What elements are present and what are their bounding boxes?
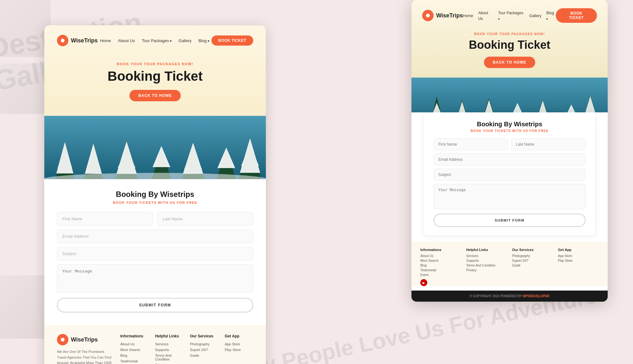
secondary-footer-col-helpful: Helpful Links Services Supports Terms An…	[466, 248, 507, 286]
brand-name: WiseTrips	[71, 37, 98, 44]
footer-link-testimonial[interactable]: Testimonial	[120, 359, 149, 363]
secondary-subject-input[interactable]	[434, 169, 586, 181]
sec-nav-blog[interactable]: Blog	[546, 10, 556, 21]
secondary-footer-link-about[interactable]: About Us	[420, 254, 461, 258]
form-title: Booking By Wisetrips	[57, 190, 253, 199]
footer-link-terms[interactable]: Terms And Condition	[155, 354, 184, 361]
navbar: WiseTrips Home About Us Tour Packages Ga…	[57, 35, 253, 46]
secondary-footer-link-testimonial[interactable]: Testimonial	[420, 268, 461, 272]
secondary-email-input[interactable]	[434, 154, 586, 166]
form-subtitle: BOOK YOUR TICKETS WITH US FOR FREE	[57, 201, 253, 204]
footer-info-title: Informations	[120, 334, 149, 338]
footer-link-blog[interactable]: Blog	[120, 354, 149, 357]
back-home-button[interactable]: BACK TO HOME	[129, 90, 181, 101]
last-name-input[interactable]	[157, 212, 253, 226]
footer-link-appstore[interactable]: App Store	[225, 342, 253, 346]
footer-link-services[interactable]: Services	[155, 342, 184, 346]
landscape-svg	[44, 116, 266, 179]
book-ticket-button[interactable]: BOOK TICKET	[211, 35, 253, 46]
nav-home[interactable]: Home	[100, 38, 111, 43]
footer-brand-description: We Are One Of The Prominent Travel Agenc…	[57, 349, 114, 364]
secondary-copyright: © COPYRIGHT 2022 POWERED BY WPSDEVELOPER	[420, 294, 599, 298]
secondary-form-subtitle: BOOK YOUR TICKETS WITH US FOR FREE	[434, 129, 586, 133]
sec-nav-about[interactable]: About Us	[478, 10, 493, 21]
footer-brand-logo-inner	[60, 337, 66, 342]
secondary-brand: WiseTrips	[422, 10, 463, 21]
secondary-footer-col-services: Our Services Photography Suport 24/7 Gui…	[512, 248, 553, 286]
footer-link-about[interactable]: About Us	[120, 342, 149, 346]
footer-section: WiseTrips We Are One Of The Prominent Tr…	[44, 325, 266, 364]
footer-helpful-col: Helpful Links Services Supports Terms An…	[155, 334, 184, 364]
footer-link-playstore[interactable]: Play Store	[225, 348, 253, 352]
sec-nav-home[interactable]: Home	[463, 13, 473, 18]
footer-link-guide[interactable]: Guide	[190, 354, 218, 357]
secondary-form-title: Booking By Wisetrips	[434, 121, 586, 128]
bg-image-top-left	[0, 0, 51, 57]
footer-link-photography[interactable]: Photography	[190, 342, 218, 346]
hero-subtitle: BOOK YOUR TOUR PACKAGES NOW!	[57, 62, 253, 66]
secondary-first-name-input[interactable]	[434, 138, 508, 150]
secondary-footer-link-support247[interactable]: Suport 24/7	[512, 259, 553, 262]
footer-link-search[interactable]: More Search	[120, 348, 149, 352]
secondary-footer-app-title: Get App	[558, 248, 599, 252]
secondary-footer-bottom: © COPYRIGHT 2022 POWERED BY WPSDEVELOPER	[411, 291, 608, 302]
secondary-footer-link-supports[interactable]: Supports	[466, 259, 507, 262]
name-row	[57, 212, 253, 226]
secondary-footer-col-info: Informations About Us More Search Blog T…	[420, 248, 461, 286]
main-card: WiseTrips Home About Us Tour Packages Ga…	[44, 25, 266, 364]
footer-services-title: Our Services	[190, 334, 218, 338]
secondary-hero-content: BOOK YOUR TOUR PACKAGES NOW! Booking Tic…	[422, 32, 597, 68]
secondary-book-button[interactable]: BOOK TICKET	[556, 8, 597, 23]
email-input[interactable]	[57, 229, 253, 243]
page-title: Booking Ticket	[57, 69, 253, 84]
hero-section: WiseTrips Home About Us Tour Packages Ga…	[44, 25, 266, 116]
booking-form-section: Booking By Wisetrips BOOK YOUR TICKETS W…	[44, 179, 266, 325]
email-row	[57, 229, 253, 243]
secondary-footer-link-services[interactable]: Services	[466, 254, 507, 258]
subject-input[interactable]	[57, 247, 253, 260]
subject-row	[57, 247, 253, 260]
submit-button[interactable]: SUBMIT FORM	[57, 298, 253, 312]
secondary-brand-logo	[422, 10, 434, 21]
secondary-footer-info-title: Informations	[420, 248, 461, 252]
sec-nav-gallery[interactable]: Gallery	[529, 13, 541, 18]
nav-blog[interactable]: Blog	[198, 38, 209, 43]
hero-content: BOOK YOUR TOUR PACKAGES NOW! Booking Tic…	[57, 59, 253, 104]
secondary-footer-link-privacy[interactable]: Privacy	[466, 268, 507, 272]
nav-gallery[interactable]: Gallery	[179, 38, 191, 43]
secondary-footer-link-event[interactable]: Event	[420, 273, 461, 277]
secondary-footer-services-title: Our Services	[512, 248, 553, 252]
secondary-footer-link-search[interactable]: More Search	[420, 259, 461, 262]
brand: WiseTrips	[57, 35, 98, 46]
bg-image-bottom-left	[0, 275, 47, 339]
secondary-footer-link-guide[interactable]: Guide	[512, 264, 553, 267]
secondary-footer: Informations About Us More Search Blog T…	[411, 242, 608, 286]
footer-link-supports[interactable]: Supports	[155, 348, 184, 352]
footer-services-col: Our Services Photography Suport 24/7 Gui…	[190, 334, 218, 364]
secondary-brand-logo-inner	[425, 13, 431, 18]
footer-link-support247[interactable]: Suport 24/7	[190, 348, 218, 352]
secondary-last-name-input[interactable]	[511, 138, 586, 150]
sec-nav-tour[interactable]: Tour Packages	[498, 10, 524, 21]
secondary-footer-link-appstore[interactable]: App Store	[558, 254, 599, 258]
secondary-message-textarea[interactable]	[434, 184, 586, 209]
secondary-brand-name: WiseTrips	[436, 12, 463, 19]
secondary-footer-link-terms[interactable]: Terms And Condition	[466, 264, 507, 267]
secondary-footer-link-playstore[interactable]: Play Store	[558, 259, 599, 262]
secondary-submit-button[interactable]: SUBMIT FORM	[434, 214, 586, 227]
first-name-input[interactable]	[57, 212, 153, 226]
secondary-footer-link-blog[interactable]: Blog	[420, 264, 461, 267]
secondary-powered-by: WPSDEVELOPER	[523, 294, 549, 298]
secondary-youtube-icon[interactable]: ▶	[420, 279, 427, 286]
bg-image-mid-left	[0, 63, 44, 114]
nav-about[interactable]: About Us	[118, 38, 135, 43]
footer-brand: WiseTrips	[57, 334, 114, 345]
nav-links: Home About Us Tour Packages Gallery Blog	[100, 38, 209, 43]
brand-logo	[57, 35, 68, 46]
nav-tour-packages[interactable]: Tour Packages	[142, 38, 172, 43]
footer-info-col: Informations About Us More Search Blog T…	[120, 334, 149, 364]
secondary-back-home-button[interactable]: BACK TO HOME	[484, 57, 535, 68]
secondary-hero: WiseTrips Home About Us Tour Packages Ga…	[411, 0, 608, 78]
message-textarea[interactable]	[57, 264, 253, 293]
secondary-footer-link-photography[interactable]: Photography	[512, 254, 553, 258]
